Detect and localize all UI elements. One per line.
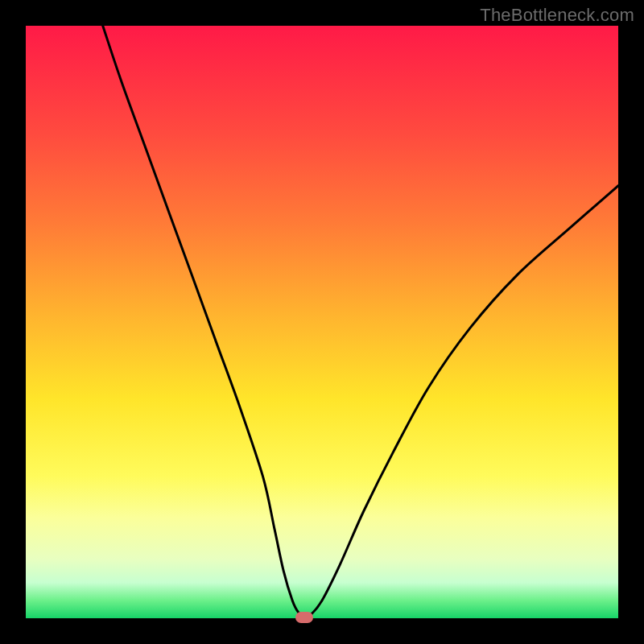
curve-svg bbox=[26, 26, 618, 618]
plot-area bbox=[26, 26, 618, 618]
min-marker bbox=[295, 612, 313, 623]
chart-frame: TheBottleneck.com bbox=[0, 0, 644, 644]
bottleneck-curve-path bbox=[103, 26, 618, 617]
watermark-text: TheBottleneck.com bbox=[480, 5, 634, 26]
